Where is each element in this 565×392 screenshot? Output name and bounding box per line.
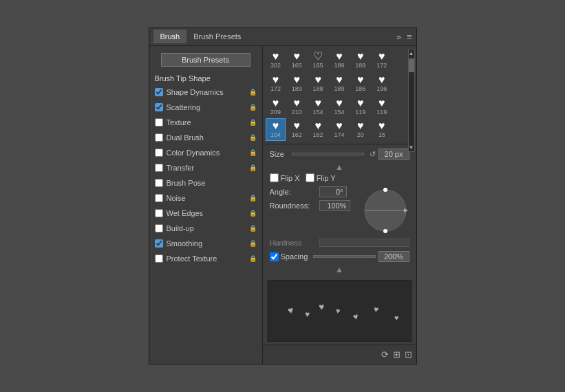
brush-icon: ♥ — [273, 98, 279, 109]
checkbox-brush-pose[interactable] — [155, 179, 163, 187]
brush-cell[interactable]: ♥162 — [286, 118, 307, 141]
brush-cell[interactable]: ♥210 — [286, 96, 307, 118]
brush-cell[interactable]: ♥20 — [350, 118, 371, 141]
brush-cell[interactable]: ♥188 — [308, 72, 328, 95]
export-icon[interactable]: ⊡ — [405, 349, 412, 360]
brush-icon: ♡ — [313, 51, 323, 62]
sidebar-item-wet-edges[interactable]: Wet Edges🔒 — [149, 206, 262, 221]
brush-size-label: 162 — [292, 131, 302, 139]
brush-cell[interactable]: ♥172 — [372, 49, 392, 72]
brush-icon: ♥ — [336, 74, 343, 85]
spacing-value[interactable]: 200% — [379, 251, 409, 262]
hardness-bar[interactable] — [319, 239, 409, 247]
size-row: Size ↺ 20 px — [270, 149, 409, 160]
brush-cell[interactable]: ♥104 — [266, 118, 286, 141]
recycle-icon[interactable]: ⟳ — [381, 349, 389, 360]
lock-icon: 🔒 — [249, 89, 257, 96]
brush-icon: ♥ — [273, 120, 279, 131]
sidebar-item-color-dynamics[interactable]: Color Dynamics🔒 — [149, 145, 262, 160]
brush-cell[interactable]: ♥15 — [372, 118, 392, 141]
checkbox-color-dynamics[interactable] — [155, 149, 163, 157]
sidebar-item-smoothing[interactable]: Smoothing🔒 — [149, 236, 262, 251]
grid-icon[interactable]: ⊞ — [393, 349, 401, 360]
roundness-input[interactable] — [319, 200, 350, 211]
brush-grid: ♥302♥165♡165♥189♥189♥172♥172♥189♥188♥189… — [266, 49, 414, 141]
brush-size-label: 189 — [334, 62, 344, 69]
brush-size-label: 188 — [313, 85, 323, 93]
checkbox-texture[interactable] — [155, 118, 163, 127]
sidebar-item-brush-pose[interactable]: Brush Pose — [149, 175, 262, 190]
size-label: Size — [270, 150, 289, 158]
sidebar-item-noise[interactable]: Noise🔒 — [149, 190, 262, 206]
brush-cell[interactable]: ♥119 — [372, 96, 392, 118]
brush-cell[interactable]: ♥189 — [329, 49, 350, 72]
checkbox-dual-brush[interactable] — [155, 133, 163, 142]
angle-controls: Angle: Roundness: — [270, 186, 356, 235]
brush-cell[interactable]: ♥196 — [372, 72, 392, 95]
brush-cell[interactable]: ♥154 — [308, 96, 328, 118]
brush-cell[interactable]: ♥154 — [329, 96, 350, 118]
scroll-down-arrow[interactable]: ▼ — [409, 144, 414, 151]
brush-size-label: 209 — [270, 109, 281, 116]
brush-size-label: 189 — [355, 62, 365, 69]
flip-y-checkbox[interactable] — [306, 173, 315, 182]
brush-icon: ♥ — [315, 74, 321, 85]
brush-cell[interactable]: ♥186 — [350, 72, 371, 95]
checkbox-transfer[interactable] — [155, 164, 163, 172]
checkbox-smoothing[interactable] — [155, 239, 163, 248]
svg-point-4 — [383, 229, 387, 233]
brush-cell[interactable]: ♥189 — [329, 72, 350, 95]
scrollbar[interactable]: ▲ ▼ — [408, 49, 415, 152]
brush-cell[interactable]: ♥119 — [350, 96, 371, 118]
menu-icon[interactable]: ≡ — [407, 32, 412, 42]
panel-body: Brush Presets Brush Tip Shape Shape Dyna… — [149, 46, 416, 364]
flip-x-container: Flip X — [270, 173, 300, 182]
checkbox-protect-texture[interactable] — [155, 254, 163, 263]
brush-cell[interactable]: ♥189 — [286, 72, 307, 95]
checkbox-build-up[interactable] — [155, 224, 163, 232]
brush-size-label: 119 — [376, 109, 387, 116]
lock-icon: 🔒 — [249, 134, 257, 141]
expand-icon[interactable]: » — [396, 32, 401, 42]
sidebar-item-scattering[interactable]: Scattering🔒 — [149, 100, 262, 115]
brush-cell[interactable]: ♥302 — [266, 49, 286, 72]
section-header: Brush Tip Shape — [149, 72, 262, 85]
angle-input[interactable] — [319, 186, 347, 197]
flip-y-container: Flip Y — [306, 173, 336, 182]
spacing-slider[interactable] — [313, 255, 375, 258]
preview-heart: ♥ — [394, 314, 399, 323]
brush-cell[interactable]: ♥174 — [329, 118, 350, 141]
size-value[interactable]: 20 px — [379, 149, 409, 160]
brush-cell[interactable]: ♥209 — [266, 96, 286, 118]
checkbox-noise[interactable] — [155, 194, 163, 202]
sidebar-item-dual-brush[interactable]: Dual Brush🔒 — [149, 130, 262, 145]
sidebar-item-shape-dynamics[interactable]: Shape Dynamics🔒 — [149, 85, 262, 100]
size-triangle: ▲ — [270, 162, 409, 172]
brush-cell[interactable]: ♡165 — [308, 49, 328, 72]
flip-x-checkbox[interactable] — [270, 173, 279, 182]
sidebar-item-transfer[interactable]: Transfer🔒 — [149, 160, 262, 175]
lock-icon: 🔒 — [249, 119, 257, 126]
tab-brush-presets[interactable]: Brush Presets — [186, 30, 248, 43]
preview-heart: ♥ — [286, 304, 294, 316]
scroll-up-arrow[interactable]: ▲ — [409, 50, 414, 57]
checkbox-shape-dynamics[interactable] — [155, 88, 163, 96]
brush-size-label: 196 — [376, 85, 387, 93]
checkbox-wet-edges[interactable] — [155, 209, 163, 217]
tab-brush[interactable]: Brush — [153, 30, 187, 43]
brush-icon: ♥ — [379, 74, 385, 85]
brush-cell[interactable]: ♥172 — [266, 72, 286, 95]
brush-cell[interactable]: ♥162 — [308, 118, 328, 141]
brush-cell[interactable]: ♥165 — [286, 49, 307, 72]
brush-cell[interactable]: ♥189 — [350, 49, 371, 72]
reset-size-icon[interactable]: ↺ — [370, 150, 376, 159]
scrollbar-thumb[interactable] — [409, 58, 414, 72]
checkbox-scattering[interactable] — [155, 103, 163, 111]
brush-size-label: 154 — [313, 109, 323, 116]
spacing-checkbox[interactable] — [270, 252, 279, 261]
label-transfer: Transfer — [167, 164, 246, 172]
brush-presets-button[interactable]: Brush Presets — [161, 53, 250, 67]
sidebar-item-build-up[interactable]: Build-up🔒 — [149, 221, 262, 236]
sidebar-item-texture[interactable]: Texture🔒 — [149, 115, 262, 130]
sidebar-item-protect-texture[interactable]: Protect Texture🔒 — [149, 251, 262, 266]
